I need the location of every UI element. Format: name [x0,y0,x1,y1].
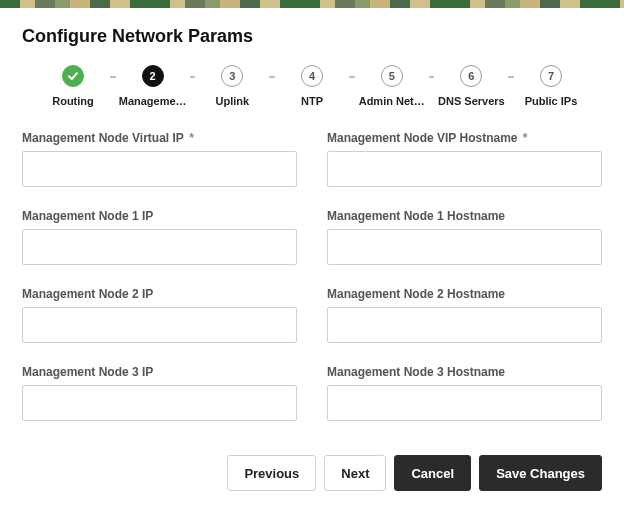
field-vip_host: Management Node VIP Hostname * [327,131,602,187]
field-label: Management Node VIP Hostname * [327,131,602,145]
step-3[interactable]: 3Uplink [195,65,269,107]
field-n1_ip: Management Node 1 IP [22,209,297,265]
vip_ip-input[interactable] [22,151,297,187]
step-number: 5 [381,65,403,87]
decorative-top-strip [0,0,624,8]
field-label: Management Node 1 IP [22,209,297,223]
step-label: Admin Net… [359,95,425,107]
field-label: Management Node 2 Hostname [327,287,602,301]
next-button[interactable]: Next [324,455,386,491]
step-number: 6 [460,65,482,87]
check-icon [62,65,84,87]
n2_host-input[interactable] [327,307,602,343]
required-marker: * [520,131,528,145]
step-label: DNS Servers [438,95,505,107]
field-n3_host: Management Node 3 Hostname [327,365,602,421]
field-n3_ip: Management Node 3 IP [22,365,297,421]
field-n2_ip: Management Node 2 IP [22,287,297,343]
step-label: Manageme… [119,95,187,107]
save-changes-button[interactable]: Save Changes [479,455,602,491]
field-vip_ip: Management Node Virtual IP * [22,131,297,187]
page-container: Configure Network Params Routing2Managem… [0,8,624,421]
field-n2_host: Management Node 2 Hostname [327,287,602,343]
step-1[interactable]: Routing [36,65,110,107]
n2_ip-input[interactable] [22,307,297,343]
step-2[interactable]: 2Manageme… [116,65,190,107]
n3_host-input[interactable] [327,385,602,421]
field-label: Management Node 3 IP [22,365,297,379]
step-label: Routing [52,95,94,107]
wizard-stepper: Routing2Manageme…3Uplink4NTP5Admin Net…6… [36,65,588,107]
step-7[interactable]: 7Public IPs [514,65,588,107]
step-label: Public IPs [525,95,578,107]
step-number: 3 [221,65,243,87]
field-n1_host: Management Node 1 Hostname [327,209,602,265]
cancel-button[interactable]: Cancel [394,455,471,491]
required-marker: * [186,131,194,145]
n1_host-input[interactable] [327,229,602,265]
page-title: Configure Network Params [22,26,602,47]
vip_host-input[interactable] [327,151,602,187]
footer-actions: Previous Next Cancel Save Changes [0,449,624,505]
previous-button[interactable]: Previous [227,455,316,491]
step-label: NTP [301,95,323,107]
step-4[interactable]: 4NTP [275,65,349,107]
n1_ip-input[interactable] [22,229,297,265]
step-6[interactable]: 6DNS Servers [434,65,508,107]
field-label: Management Node 3 Hostname [327,365,602,379]
step-number: 7 [540,65,562,87]
n3_ip-input[interactable] [22,385,297,421]
field-label: Management Node 2 IP [22,287,297,301]
field-label: Management Node Virtual IP * [22,131,297,145]
field-label: Management Node 1 Hostname [327,209,602,223]
form-grid: Management Node Virtual IP *Management N… [22,131,602,421]
step-label: Uplink [216,95,250,107]
step-number: 4 [301,65,323,87]
step-5[interactable]: 5Admin Net… [355,65,429,107]
step-number: 2 [142,65,164,87]
